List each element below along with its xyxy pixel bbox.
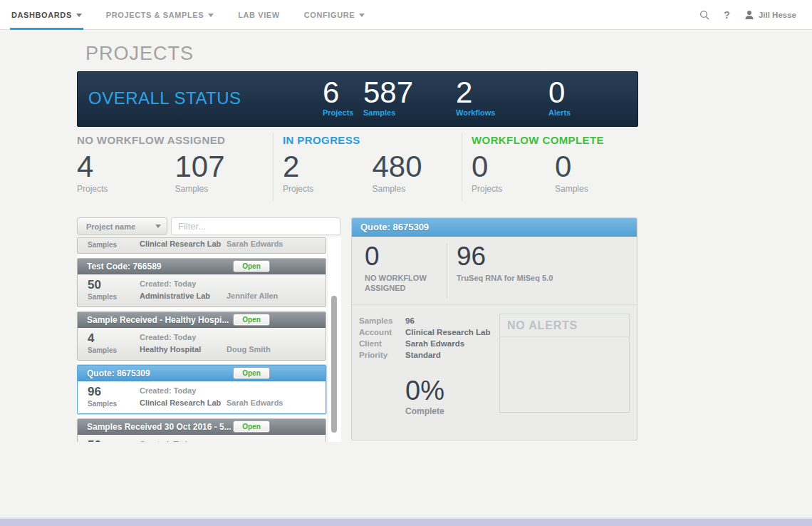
nav-dashboards-label: DASHBOARDS: [11, 11, 72, 19]
open-button[interactable]: Open: [233, 260, 270, 272]
detail-stat-no-workflow: 0 NO WORKFLOW ASSIGNED: [365, 242, 442, 293]
stat-label: Samples: [373, 184, 462, 194]
field-value: Standard: [405, 350, 441, 361]
stat-value: 0: [472, 150, 555, 183]
chevron-down-icon: [76, 14, 82, 17]
account-value: Clinical Research Lab: [140, 398, 221, 407]
main-nav: DASHBOARDS PROJECTS & SAMPLES LAB VIEW C…: [10, 0, 387, 30]
detail-panel-header: Quote: 8675309: [352, 218, 637, 237]
percent-complete-label: Complete: [405, 406, 444, 416]
group-heading: NO WORKFLOW ASSIGNED: [77, 134, 273, 146]
stat-label: Samples: [555, 184, 638, 194]
chevron-down-icon: [155, 225, 161, 228]
account-value: Healthy Hospital: [140, 345, 201, 354]
stat-projects: 4 Projects: [77, 150, 175, 194]
field-label: Priority: [359, 350, 405, 361]
project-card-body: 96 Samples Created: Today Clinical Resea…: [78, 381, 326, 413]
client-value: Sarah Edwards: [227, 398, 283, 407]
user-name: Jill Hesse: [759, 11, 796, 19]
bottom-bar: [0, 519, 812, 526]
stat-value: 0: [365, 242, 442, 271]
help-glyph: ?: [724, 9, 730, 21]
open-button[interactable]: Open: [233, 314, 270, 326]
samples-count: 4: [88, 331, 94, 346]
overall-alerts-label: Alerts: [548, 108, 571, 117]
help-icon[interactable]: ?: [724, 9, 730, 21]
nav-lab-view[interactable]: LAB VIEW: [236, 0, 281, 30]
stat-projects: 2 Projects: [283, 150, 373, 194]
project-card[interactable]: Samples Received 30 Oct 2016 - 5... Open…: [77, 418, 326, 442]
project-card-partial[interactable]: Samples Clinical Research Lab Sarah Edwa…: [77, 237, 326, 254]
group-heading: IN PROGRESS: [283, 134, 462, 146]
project-card[interactable]: Sample Received - Healthy Hospi... Open …: [77, 311, 326, 361]
samples-label: Samples: [88, 241, 117, 249]
nav-lab-view-label: LAB VIEW: [238, 11, 280, 19]
project-card-header[interactable]: Samples Received 30 Oct 2016 - 5... Open: [78, 419, 326, 435]
divider: [447, 244, 447, 298]
nav-configure[interactable]: CONFIGURE: [303, 0, 366, 30]
list-scrollbar-track[interactable]: [327, 237, 341, 442]
project-card-header[interactable]: Sample Received - Healthy Hospi... Open: [78, 312, 326, 328]
field-priority: Priority Standard: [359, 350, 491, 361]
detail-panel-title: Quote: 8675309: [352, 222, 429, 232]
stat-value: 0: [555, 150, 638, 183]
detail-stat-workflow: 96 TruSeq RNA for MiSeq 5.0: [457, 242, 563, 283]
samples-label: Samples: [88, 400, 117, 408]
project-card-selected[interactable]: Quote: 8675309 Open 96 Samples Created: …: [77, 365, 326, 414]
nav-projects-samples-label: PROJECTS & SAMPLES: [106, 11, 204, 19]
stat-samples: 0 Samples: [555, 150, 638, 194]
project-card-header[interactable]: Test Code: 766589 Open: [78, 259, 326, 274]
app-screen: DASHBOARDS PROJECTS & SAMPLES LAB VIEW C…: [0, 0, 812, 526]
overall-stat-samples: 587 Samples: [363, 77, 413, 117]
open-button[interactable]: Open: [233, 421, 270, 433]
field-value: 96: [405, 316, 415, 326]
project-list: Samples Clinical Research Lab Sarah Edwa…: [77, 237, 341, 442]
overall-stat-alerts: 0 Alerts: [548, 77, 571, 117]
percent-complete-value: 0%: [405, 376, 444, 405]
filter-input[interactable]: [171, 217, 340, 235]
stat-value: 96: [457, 242, 563, 271]
overall-samples-label: Samples: [363, 108, 413, 117]
no-alerts-label: NO ALERTS: [500, 314, 629, 337]
stat-label: Projects: [472, 184, 555, 194]
group-workflow-complete: WORKFLOW COMPLETE 0 Projects 0 Samples: [462, 133, 638, 201]
list-scrollbar-thumb[interactable]: [331, 296, 337, 433]
field-value: Clinical Research Lab: [405, 327, 491, 338]
overall-status-label: OVERALL STATUS: [88, 88, 241, 108]
search-icon[interactable]: [699, 10, 709, 20]
samples-count: 50: [88, 438, 101, 442]
filter-field-dropdown[interactable]: Project name: [77, 217, 167, 235]
project-title: Quote: 8675309: [78, 368, 150, 378]
stat-value: 4: [77, 150, 175, 183]
stat-label: TruSeq RNA for MiSeq 5.0: [457, 273, 563, 283]
created-value: Created: Today: [140, 440, 196, 442]
topbar-right: ? Jill Hesse: [699, 0, 796, 30]
project-card-body: 4 Samples Created: Today Healthy Hospita…: [78, 328, 326, 360]
created-value: Created: Today: [140, 279, 196, 288]
nav-dashboards[interactable]: DASHBOARDS: [10, 0, 83, 30]
field-label: Client: [359, 339, 405, 349]
page-title: PROJECTS: [85, 43, 194, 65]
alerts-box: NO ALERTS: [499, 314, 630, 413]
samples-count: 50: [88, 278, 101, 292]
project-title: Samples Received 30 Oct 2016 - 5...: [78, 422, 231, 432]
stat-samples: 480 Samples: [373, 150, 462, 194]
stat-label: Projects: [283, 184, 373, 194]
client-value: Sarah Edwards: [227, 239, 283, 248]
field-value: Sarah Edwards: [405, 339, 464, 349]
project-card-header[interactable]: Quote: 8675309 Open: [78, 366, 326, 381]
group-heading: WORKFLOW COMPLETE: [472, 134, 638, 146]
overall-alerts-value: 0: [548, 77, 571, 108]
stat-samples: 107 Samples: [175, 150, 274, 194]
project-card[interactable]: Test Code: 766589 Open 50 Samples Create…: [77, 258, 326, 307]
stat-projects: 0 Projects: [472, 150, 555, 194]
nav-projects-samples[interactable]: PROJECTS & SAMPLES: [105, 0, 215, 30]
stat-label: Projects: [77, 184, 175, 194]
nav-configure-label: CONFIGURE: [304, 11, 355, 19]
stat-value: 107: [175, 150, 274, 183]
open-button[interactable]: Open: [233, 367, 270, 379]
project-card-body: 50 Samples Created: Today Administrative…: [78, 274, 326, 306]
user-menu[interactable]: Jill Hesse: [744, 10, 796, 20]
overall-workflows-label: Workflows: [456, 108, 495, 117]
overall-stat-projects: 6 Projects: [323, 77, 353, 117]
